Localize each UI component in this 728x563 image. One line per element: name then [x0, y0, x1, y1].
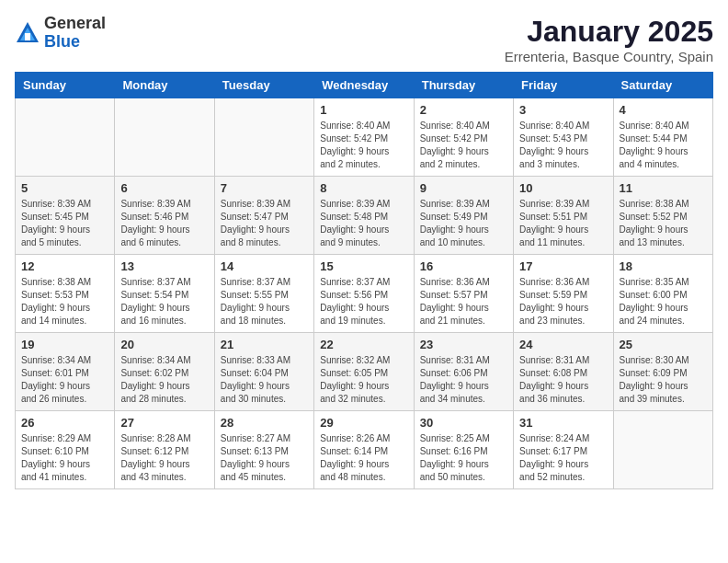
- day-info-line: Sunset: 5:42 PM: [320, 133, 388, 144]
- calendar-cell: [16, 98, 115, 177]
- day-info-line: Daylight: 9 hours: [221, 381, 290, 391]
- day-info-line: Daylight: 9 hours: [420, 224, 489, 235]
- day-number: 27: [120, 416, 208, 430]
- day-info-line: and 10 minutes.: [420, 237, 485, 247]
- day-info-line: and 2 minutes.: [420, 159, 481, 169]
- day-info-line: and 18 minutes.: [221, 316, 286, 326]
- day-info-line: Sunset: 6:13 PM: [221, 446, 289, 456]
- day-info-line: Sunset: 5:56 PM: [320, 290, 388, 300]
- day-number: 2: [420, 103, 507, 117]
- day-info-line: Daylight: 9 hours: [320, 459, 389, 469]
- day-info-line: Daylight: 9 hours: [519, 224, 588, 235]
- day-info-line: Sunrise: 8:40 AM: [519, 121, 589, 131]
- day-info: Sunrise: 8:25 AMSunset: 6:16 PMDaylight:…: [420, 432, 507, 484]
- day-info-line: and 28 minutes.: [120, 394, 186, 404]
- day-number: 31: [519, 416, 607, 430]
- day-info-line: and 34 minutes.: [420, 394, 485, 404]
- day-info-line: Daylight: 9 hours: [620, 146, 688, 156]
- calendar-cell: 6Sunrise: 8:39 AMSunset: 5:46 PMDaylight…: [115, 177, 214, 255]
- day-info-line: Sunrise: 8:38 AM: [620, 199, 689, 209]
- calendar-cell: [613, 411, 712, 489]
- day-info-line: Sunrise: 8:37 AM: [221, 277, 290, 287]
- day-info-line: Sunset: 5:45 PM: [21, 212, 89, 222]
- day-info: Sunrise: 8:32 AMSunset: 6:05 PMDaylight:…: [320, 354, 407, 406]
- day-info-line: Sunset: 6:01 PM: [21, 368, 89, 378]
- day-info-line: Sunrise: 8:40 AM: [320, 121, 390, 131]
- day-info-line: Sunset: 6:05 PM: [320, 368, 388, 378]
- calendar: SundayMondayTuesdayWednesdayThursdayFrid…: [15, 72, 713, 489]
- day-info: Sunrise: 8:38 AMSunset: 5:53 PMDaylight:…: [21, 276, 108, 327]
- day-info: Sunrise: 8:34 AMSunset: 6:01 PMDaylight:…: [21, 354, 108, 406]
- day-info-line: Sunset: 6:14 PM: [320, 446, 388, 456]
- day-info: Sunrise: 8:40 AMSunset: 5:43 PMDaylight:…: [519, 120, 607, 171]
- calendar-week-row: 19Sunrise: 8:34 AMSunset: 6:01 PMDayligh…: [16, 333, 713, 411]
- day-number: 17: [519, 259, 607, 273]
- day-number: 26: [21, 416, 108, 430]
- logo-text: General Blue: [44, 15, 106, 52]
- logo-blue: Blue: [44, 32, 80, 51]
- day-info-line: Daylight: 9 hours: [519, 459, 588, 469]
- day-info-line: and 43 minutes.: [120, 472, 186, 482]
- calendar-cell: 11Sunrise: 8:38 AMSunset: 5:52 PMDayligh…: [613, 177, 712, 255]
- day-info-line: Sunrise: 8:39 AM: [320, 199, 390, 209]
- calendar-week-row: 26Sunrise: 8:29 AMSunset: 6:10 PMDayligh…: [16, 411, 713, 489]
- day-info-line: Sunset: 6:09 PM: [620, 368, 688, 378]
- calendar-cell: 8Sunrise: 8:39 AMSunset: 5:48 PMDaylight…: [314, 177, 414, 255]
- calendar-cell: 7Sunrise: 8:39 AMSunset: 5:47 PMDaylight…: [214, 177, 313, 255]
- calendar-cell: 4Sunrise: 8:40 AMSunset: 5:44 PMDaylight…: [613, 98, 712, 177]
- day-info-line: Sunrise: 8:31 AM: [420, 355, 490, 365]
- day-info-line: and 5 minutes.: [21, 237, 82, 247]
- day-info-line: and 48 minutes.: [320, 472, 385, 482]
- day-number: 1: [320, 103, 407, 117]
- day-info-line: Sunset: 5:57 PM: [420, 290, 488, 300]
- day-info-line: Daylight: 9 hours: [320, 224, 389, 235]
- day-info-line: Daylight: 9 hours: [320, 146, 389, 156]
- day-info-line: Daylight: 9 hours: [120, 224, 189, 235]
- day-info-line: Sunset: 6:08 PM: [519, 368, 587, 378]
- day-info-line: Daylight: 9 hours: [221, 303, 290, 313]
- calendar-cell: 26Sunrise: 8:29 AMSunset: 6:10 PMDayligh…: [16, 411, 115, 489]
- day-info-line: and 14 minutes.: [21, 316, 86, 326]
- day-info-line: Sunrise: 8:34 AM: [21, 355, 91, 365]
- weekday-header: Monday: [115, 73, 214, 98]
- calendar-cell: 17Sunrise: 8:36 AMSunset: 5:59 PMDayligh…: [514, 255, 613, 333]
- calendar-cell: 3Sunrise: 8:40 AMSunset: 5:43 PMDaylight…: [514, 98, 613, 177]
- day-info-line: Sunrise: 8:27 AM: [221, 433, 290, 443]
- weekday-header: Wednesday: [314, 73, 414, 98]
- logo-icon: [15, 20, 40, 46]
- calendar-cell: 9Sunrise: 8:39 AMSunset: 5:49 PMDaylight…: [414, 177, 513, 255]
- day-info-line: Sunrise: 8:32 AM: [320, 355, 390, 365]
- day-info: Sunrise: 8:40 AMSunset: 5:42 PMDaylight:…: [420, 120, 507, 171]
- day-info-line: Daylight: 9 hours: [120, 459, 189, 469]
- day-info-line: Daylight: 9 hours: [21, 224, 90, 235]
- day-info-line: Sunrise: 8:36 AM: [519, 277, 589, 287]
- calendar-cell: 20Sunrise: 8:34 AMSunset: 6:02 PMDayligh…: [115, 333, 214, 411]
- day-info-line: and 19 minutes.: [320, 316, 385, 326]
- day-number: 14: [221, 259, 308, 273]
- day-info-line: and 26 minutes.: [21, 394, 86, 404]
- day-info-line: Daylight: 9 hours: [21, 381, 90, 391]
- day-info-line: and 16 minutes.: [120, 316, 186, 326]
- day-number: 30: [420, 416, 507, 430]
- day-info: Sunrise: 8:29 AMSunset: 6:10 PMDaylight:…: [21, 432, 108, 484]
- day-info-line: Sunrise: 8:39 AM: [420, 199, 490, 209]
- day-info-line: Sunset: 6:17 PM: [519, 446, 587, 456]
- day-info-line: Sunset: 5:44 PM: [620, 133, 688, 144]
- day-info-line: and 2 minutes.: [320, 159, 381, 169]
- weekday-row: SundayMondayTuesdayWednesdayThursdayFrid…: [16, 73, 713, 98]
- day-info: Sunrise: 8:39 AMSunset: 5:51 PMDaylight:…: [519, 198, 607, 249]
- day-info-line: Sunrise: 8:39 AM: [221, 199, 290, 209]
- day-info-line: and 24 minutes.: [620, 316, 685, 326]
- day-info-line: and 3 minutes.: [519, 159, 580, 169]
- logo: General Blue: [15, 15, 106, 52]
- calendar-cell: [214, 98, 313, 177]
- calendar-body: 1Sunrise: 8:40 AMSunset: 5:42 PMDaylight…: [16, 98, 713, 489]
- day-number: 6: [120, 181, 208, 195]
- main-title: January 2025: [505, 15, 713, 49]
- day-info-line: and 52 minutes.: [519, 472, 585, 482]
- day-info-line: and 21 minutes.: [420, 316, 485, 326]
- calendar-week-row: 12Sunrise: 8:38 AMSunset: 5:53 PMDayligh…: [16, 255, 713, 333]
- day-info-line: and 4 minutes.: [620, 159, 680, 169]
- day-info-line: Sunset: 5:51 PM: [519, 212, 587, 222]
- calendar-cell: 14Sunrise: 8:37 AMSunset: 5:55 PMDayligh…: [214, 255, 313, 333]
